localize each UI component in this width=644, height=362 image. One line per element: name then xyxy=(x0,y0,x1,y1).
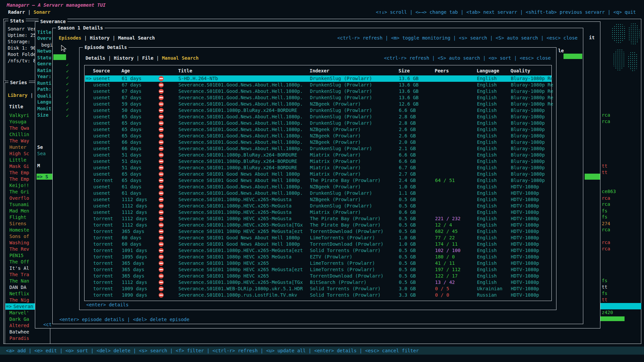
season-details-title: Season 1 Details xyxy=(56,25,105,31)
tab-file[interactable]: File xyxy=(142,55,154,61)
search-result-row[interactable]: torrent1112 daysSeverance.S01E01.1080p.H… xyxy=(85,279,551,286)
column-header-indexer[interactable]: Indexer xyxy=(310,68,329,74)
search-result-row[interactable]: =>usenet61 daysS-HD.H.264-NTbDrunkenSlug… xyxy=(85,75,551,82)
tab-episodes[interactable]: Episodes xyxy=(59,35,81,41)
title-cell: Severance.S01E01.1080p.HEVC.x265-MeGusta xyxy=(178,209,291,216)
title-cell: Severance.S01E01.Good.News.About.Hell.10… xyxy=(178,145,303,152)
column-header-language[interactable]: Language xyxy=(477,68,499,74)
search-result-row[interactable]: usenet51 daysSeverance.S01E01.1080p.BluR… xyxy=(85,152,551,158)
search-result-row[interactable]: usenet51 daysSeverance.S01E01.1080p.BluR… xyxy=(85,165,551,171)
search-result-row[interactable]: usenet65 daysSeverance S01E01 Good News … xyxy=(85,171,551,177)
series-title-label: Valkyri xyxy=(9,112,29,119)
search-result-row[interactable]: torrent365 daysSeverance S01E01 1080p HE… xyxy=(85,266,551,273)
rejected-icon xyxy=(159,203,164,208)
stats-line: Disk 1: 90 xyxy=(8,45,36,51)
source-cell: usenet xyxy=(93,190,110,196)
peers-cell: 12 / 4 xyxy=(435,222,452,228)
search-result-row[interactable]: usenet61 daysSeverance.S01E01.Good.News.… xyxy=(85,184,551,190)
quality-cell: HDTV-1080p xyxy=(511,247,539,254)
size-cell: 13.6 GB xyxy=(399,95,419,101)
series-title-label: It's Al xyxy=(9,265,29,272)
search-result-row[interactable]: usenet1112 daysSeverance.S01E01.1080p.HE… xyxy=(85,203,551,209)
tab-manual-search[interactable]: Manual Search xyxy=(118,35,155,41)
indexer-cell: DrunkenSlug (Prowlarr) xyxy=(310,107,372,114)
search-result-row[interactable]: torrent1095 daysSeverance S01E01 1080p H… xyxy=(85,254,551,260)
search-result-row[interactable]: usenet67 daysSeverance.S01E01.Good.News.… xyxy=(85,88,551,95)
indexer-cell: LimeTorrents (Prowlarr) xyxy=(310,235,375,241)
search-result-row[interactable]: torrent1091 daysSeverance.S01E01.1080p.H… xyxy=(85,247,551,254)
tab-radarr[interactable]: Radarr xyxy=(8,9,25,15)
search-result-row[interactable]: usenet66 daysSeverance.S01E01.Good.News.… xyxy=(85,145,551,152)
language-cell: English xyxy=(477,75,497,82)
tab-manual-search[interactable]: Manual Search xyxy=(162,55,199,61)
occluded-text-fragment: fs xyxy=(602,290,607,296)
language-cell: English xyxy=(477,126,497,133)
column-header-age[interactable]: Age xyxy=(121,68,130,74)
peers-cell: 41 / 11 xyxy=(435,260,455,266)
size-cell: 12.6 GB xyxy=(399,101,419,107)
search-result-row[interactable]: usenet65 daysSeverance.S01E01.Good.News.… xyxy=(85,126,551,133)
size-cell: 1.0 GB xyxy=(399,235,416,241)
rejected-icon xyxy=(159,133,164,138)
search-result-row[interactable]: torrent60 daysSeverance S01E01 Good News… xyxy=(85,241,551,247)
series-title-label: Homeste xyxy=(9,227,29,233)
column-header-peers[interactable]: Peers xyxy=(435,68,449,74)
rejected-icon xyxy=(159,235,164,240)
search-result-row[interactable]: usenet65 daysSeverance.S01E01.Good.News.… xyxy=(85,133,551,139)
search-result-row[interactable]: usenet61 daysSeverance.S01E01.Good.News.… xyxy=(85,190,551,196)
language-cell: English xyxy=(477,184,497,190)
rejected-icon xyxy=(159,95,164,100)
language-cell: English xyxy=(477,279,497,286)
language-cell: English xyxy=(477,177,497,184)
search-result-row[interactable]: torrent365 daysSeverance S01E01 1080p HE… xyxy=(85,260,551,266)
search-result-row[interactable]: torrent365 daysSeverance S01E01 1080p HE… xyxy=(85,273,551,279)
app-title: Managarr — A Servarr management TUI xyxy=(7,2,106,8)
search-result-row[interactable]: usenet59 daysSeverance.S01E01.Good.News.… xyxy=(85,101,551,107)
rejected-icon xyxy=(159,242,164,247)
search-result-row[interactable]: torrent365 daysSeverance S01E01 1080p HE… xyxy=(85,228,551,235)
tab-library[interactable]: Library xyxy=(8,93,28,98)
search-result-row[interactable]: torrent1009 daysSeverance.S01E01.WEB-DLR… xyxy=(85,286,551,292)
episode-keybind-hints: <ctrl-r> refresh | <S> auto search | <o>… xyxy=(384,55,551,61)
column-header-source[interactable]: Source xyxy=(93,68,110,74)
manual-search-results-table[interactable]: SourceAgeTitleIndexerSizePeersLanguageQu… xyxy=(84,65,552,301)
search-result-row[interactable]: torrent1112 daysSeverance.S01E01.1080p.H… xyxy=(85,222,551,228)
series-list-item[interactable]: Paradis xyxy=(5,335,50,342)
occluded-text-fragment: rca xyxy=(602,227,610,233)
tab-history[interactable]: History xyxy=(90,35,110,41)
search-result-row[interactable]: torrent1090 daysSeverance.S01E01.1080p.r… xyxy=(85,292,551,298)
age-cell: 60 days xyxy=(122,241,142,247)
search-result-row[interactable]: usenet67 daysSeverance.S01E01.Good.News.… xyxy=(85,95,551,101)
column-header-size[interactable]: Size xyxy=(398,68,410,74)
search-result-row[interactable]: usenet1112 daysSeverance.S01E01.1080p.HE… xyxy=(85,209,551,216)
size-cell: 13.6 GB xyxy=(399,88,419,95)
indexer-cell: DrunkenSlug (Prowlarr) xyxy=(310,203,372,209)
search-result-row[interactable]: torrent60 daysSeverance S01E01 Good News… xyxy=(85,235,551,241)
size-cell: 0.5 GB xyxy=(399,216,416,222)
search-result-row[interactable]: usenet50 daysSeverance.S01E01.1080p.BluR… xyxy=(85,107,551,114)
tab-history[interactable]: History xyxy=(114,55,133,61)
poster-dot-blob xyxy=(611,23,626,43)
tab-sonarr[interactable]: Sonarr xyxy=(34,9,51,15)
peers-cell: 197 / 112 xyxy=(435,266,461,273)
search-result-row[interactable]: torrent1112 daysSeverance S01E01 1080p H… xyxy=(85,216,551,222)
results-table-body: =>usenet61 daysS-HD.H.264-NTbDrunkenSlug… xyxy=(85,75,551,298)
title-cell: Severance.S01E01.1080p.rus.LostFilm.TV.m… xyxy=(178,292,297,298)
series-title-label: The Off xyxy=(9,259,29,265)
title-cell: Severance.S01E01.Good.News.About.Hell.10… xyxy=(178,95,303,101)
indexer-cell: DrunkenSlug (Prowlarr) xyxy=(310,190,372,196)
series-field-label: Statu xyxy=(37,55,51,61)
search-result-row[interactable]: torrent65 daysSeverance S01E01 Good News… xyxy=(85,177,551,184)
search-result-row[interactable]: usenet1112 daysSeverance.S01E01.1080p.HE… xyxy=(85,196,551,203)
search-result-row[interactable]: usenet66 daysSeverance.S01E01.Good.News.… xyxy=(85,139,551,145)
column-header-quality[interactable]: Quality xyxy=(511,68,530,74)
tab-details[interactable]: Details xyxy=(86,55,105,61)
search-result-row[interactable]: usenet65 daysSeverance.S01E01.Good.News.… xyxy=(85,120,551,126)
source-cell: usenet xyxy=(93,209,110,216)
search-result-row[interactable]: usenet65 daysSeverance.S01E01.Good.News.… xyxy=(85,114,551,120)
search-result-row[interactable]: usenet67 daysSeverance.S01E01.Good.News.… xyxy=(85,82,551,88)
series-list-item[interactable]: Batwhee xyxy=(5,329,50,335)
size-cell: 13.6 GB xyxy=(399,82,419,88)
column-header-title[interactable]: Title xyxy=(178,68,192,74)
search-result-row[interactable]: usenet51 daysSeverance.S01E01.1080p.BluR… xyxy=(85,158,551,165)
